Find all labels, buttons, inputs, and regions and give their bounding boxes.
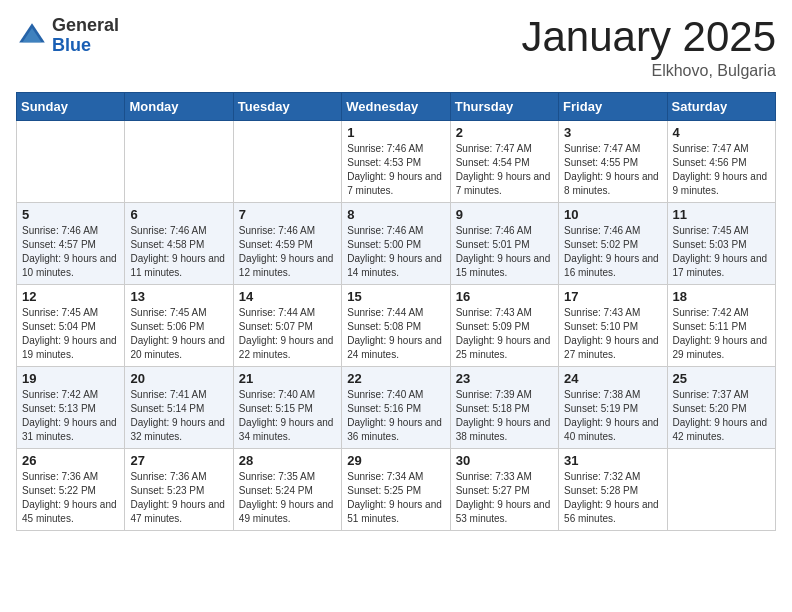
day-number: 30: [456, 453, 553, 468]
page-header: General Blue January 2025 Elkhovo, Bulga…: [16, 16, 776, 80]
day-number: 23: [456, 371, 553, 386]
calendar-cell: 5Sunrise: 7:46 AM Sunset: 4:57 PM Daylig…: [17, 203, 125, 285]
day-number: 21: [239, 371, 336, 386]
day-info: Sunrise: 7:46 AM Sunset: 4:57 PM Dayligh…: [22, 224, 119, 280]
location-subtitle: Elkhovo, Bulgaria: [521, 62, 776, 80]
weekday-header: Sunday: [17, 93, 125, 121]
day-number: 7: [239, 207, 336, 222]
day-number: 22: [347, 371, 444, 386]
calendar-cell: 20Sunrise: 7:41 AM Sunset: 5:14 PM Dayli…: [125, 367, 233, 449]
title-block: January 2025 Elkhovo, Bulgaria: [521, 16, 776, 80]
calendar-cell: 1Sunrise: 7:46 AM Sunset: 4:53 PM Daylig…: [342, 121, 450, 203]
calendar-cell: 19Sunrise: 7:42 AM Sunset: 5:13 PM Dayli…: [17, 367, 125, 449]
calendar-cell: 11Sunrise: 7:45 AM Sunset: 5:03 PM Dayli…: [667, 203, 775, 285]
weekday-header-row: SundayMondayTuesdayWednesdayThursdayFrid…: [17, 93, 776, 121]
calendar-cell: 27Sunrise: 7:36 AM Sunset: 5:23 PM Dayli…: [125, 449, 233, 531]
calendar-cell: [233, 121, 341, 203]
day-info: Sunrise: 7:37 AM Sunset: 5:20 PM Dayligh…: [673, 388, 770, 444]
day-number: 11: [673, 207, 770, 222]
calendar-week-row: 1Sunrise: 7:46 AM Sunset: 4:53 PM Daylig…: [17, 121, 776, 203]
day-info: Sunrise: 7:45 AM Sunset: 5:06 PM Dayligh…: [130, 306, 227, 362]
day-number: 3: [564, 125, 661, 140]
day-number: 14: [239, 289, 336, 304]
calendar-cell: [125, 121, 233, 203]
day-number: 28: [239, 453, 336, 468]
day-info: Sunrise: 7:45 AM Sunset: 5:04 PM Dayligh…: [22, 306, 119, 362]
day-number: 13: [130, 289, 227, 304]
calendar-cell: [667, 449, 775, 531]
day-number: 29: [347, 453, 444, 468]
day-number: 26: [22, 453, 119, 468]
weekday-header: Saturday: [667, 93, 775, 121]
day-number: 6: [130, 207, 227, 222]
calendar-cell: 4Sunrise: 7:47 AM Sunset: 4:56 PM Daylig…: [667, 121, 775, 203]
day-number: 24: [564, 371, 661, 386]
calendar-week-row: 19Sunrise: 7:42 AM Sunset: 5:13 PM Dayli…: [17, 367, 776, 449]
calendar-cell: 2Sunrise: 7:47 AM Sunset: 4:54 PM Daylig…: [450, 121, 558, 203]
day-info: Sunrise: 7:46 AM Sunset: 4:53 PM Dayligh…: [347, 142, 444, 198]
day-info: Sunrise: 7:47 AM Sunset: 4:54 PM Dayligh…: [456, 142, 553, 198]
calendar-week-row: 26Sunrise: 7:36 AM Sunset: 5:22 PM Dayli…: [17, 449, 776, 531]
weekday-header: Wednesday: [342, 93, 450, 121]
day-info: Sunrise: 7:36 AM Sunset: 5:23 PM Dayligh…: [130, 470, 227, 526]
logo-general-text: General: [52, 16, 119, 36]
day-number: 25: [673, 371, 770, 386]
day-info: Sunrise: 7:46 AM Sunset: 5:00 PM Dayligh…: [347, 224, 444, 280]
day-number: 2: [456, 125, 553, 140]
day-info: Sunrise: 7:43 AM Sunset: 5:09 PM Dayligh…: [456, 306, 553, 362]
calendar-cell: 22Sunrise: 7:40 AM Sunset: 5:16 PM Dayli…: [342, 367, 450, 449]
day-info: Sunrise: 7:42 AM Sunset: 5:11 PM Dayligh…: [673, 306, 770, 362]
weekday-header: Friday: [559, 93, 667, 121]
day-info: Sunrise: 7:41 AM Sunset: 5:14 PM Dayligh…: [130, 388, 227, 444]
weekday-header: Thursday: [450, 93, 558, 121]
calendar-cell: 7Sunrise: 7:46 AM Sunset: 4:59 PM Daylig…: [233, 203, 341, 285]
weekday-header: Tuesday: [233, 93, 341, 121]
day-info: Sunrise: 7:39 AM Sunset: 5:18 PM Dayligh…: [456, 388, 553, 444]
day-info: Sunrise: 7:40 AM Sunset: 5:15 PM Dayligh…: [239, 388, 336, 444]
calendar-cell: 18Sunrise: 7:42 AM Sunset: 5:11 PM Dayli…: [667, 285, 775, 367]
logo-blue-text: Blue: [52, 36, 119, 56]
calendar-cell: 23Sunrise: 7:39 AM Sunset: 5:18 PM Dayli…: [450, 367, 558, 449]
calendar-cell: 9Sunrise: 7:46 AM Sunset: 5:01 PM Daylig…: [450, 203, 558, 285]
calendar-cell: 25Sunrise: 7:37 AM Sunset: 5:20 PM Dayli…: [667, 367, 775, 449]
calendar-cell: 17Sunrise: 7:43 AM Sunset: 5:10 PM Dayli…: [559, 285, 667, 367]
calendar-cell: 31Sunrise: 7:32 AM Sunset: 5:28 PM Dayli…: [559, 449, 667, 531]
calendar-cell: [17, 121, 125, 203]
day-number: 4: [673, 125, 770, 140]
day-info: Sunrise: 7:46 AM Sunset: 4:58 PM Dayligh…: [130, 224, 227, 280]
day-info: Sunrise: 7:47 AM Sunset: 4:55 PM Dayligh…: [564, 142, 661, 198]
calendar-cell: 30Sunrise: 7:33 AM Sunset: 5:27 PM Dayli…: [450, 449, 558, 531]
day-info: Sunrise: 7:44 AM Sunset: 5:07 PM Dayligh…: [239, 306, 336, 362]
day-number: 19: [22, 371, 119, 386]
calendar-cell: 10Sunrise: 7:46 AM Sunset: 5:02 PM Dayli…: [559, 203, 667, 285]
day-number: 18: [673, 289, 770, 304]
day-info: Sunrise: 7:47 AM Sunset: 4:56 PM Dayligh…: [673, 142, 770, 198]
day-number: 1: [347, 125, 444, 140]
calendar-week-row: 12Sunrise: 7:45 AM Sunset: 5:04 PM Dayli…: [17, 285, 776, 367]
calendar-cell: 6Sunrise: 7:46 AM Sunset: 4:58 PM Daylig…: [125, 203, 233, 285]
day-number: 16: [456, 289, 553, 304]
day-number: 15: [347, 289, 444, 304]
day-info: Sunrise: 7:33 AM Sunset: 5:27 PM Dayligh…: [456, 470, 553, 526]
day-number: 8: [347, 207, 444, 222]
logo-icon: [16, 20, 48, 52]
day-info: Sunrise: 7:46 AM Sunset: 5:01 PM Dayligh…: [456, 224, 553, 280]
day-number: 12: [22, 289, 119, 304]
calendar-cell: 24Sunrise: 7:38 AM Sunset: 5:19 PM Dayli…: [559, 367, 667, 449]
day-info: Sunrise: 7:45 AM Sunset: 5:03 PM Dayligh…: [673, 224, 770, 280]
month-title: January 2025: [521, 16, 776, 58]
day-info: Sunrise: 7:44 AM Sunset: 5:08 PM Dayligh…: [347, 306, 444, 362]
day-number: 10: [564, 207, 661, 222]
calendar-cell: 13Sunrise: 7:45 AM Sunset: 5:06 PM Dayli…: [125, 285, 233, 367]
weekday-header: Monday: [125, 93, 233, 121]
calendar-cell: 15Sunrise: 7:44 AM Sunset: 5:08 PM Dayli…: [342, 285, 450, 367]
calendar-cell: 16Sunrise: 7:43 AM Sunset: 5:09 PM Dayli…: [450, 285, 558, 367]
day-info: Sunrise: 7:40 AM Sunset: 5:16 PM Dayligh…: [347, 388, 444, 444]
day-info: Sunrise: 7:42 AM Sunset: 5:13 PM Dayligh…: [22, 388, 119, 444]
day-info: Sunrise: 7:46 AM Sunset: 4:59 PM Dayligh…: [239, 224, 336, 280]
day-info: Sunrise: 7:35 AM Sunset: 5:24 PM Dayligh…: [239, 470, 336, 526]
calendar-cell: 21Sunrise: 7:40 AM Sunset: 5:15 PM Dayli…: [233, 367, 341, 449]
calendar-cell: 26Sunrise: 7:36 AM Sunset: 5:22 PM Dayli…: [17, 449, 125, 531]
calendar-cell: 12Sunrise: 7:45 AM Sunset: 5:04 PM Dayli…: [17, 285, 125, 367]
logo-text: General Blue: [52, 16, 119, 56]
